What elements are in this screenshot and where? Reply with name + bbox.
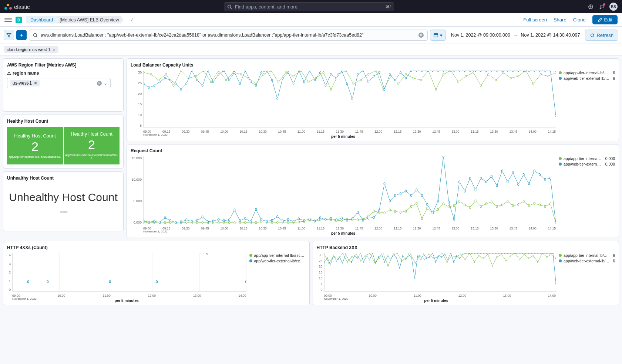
brand-text: elastic [14,4,30,10]
svg-point-283 [501,170,503,172]
svg-point-149 [202,221,203,224]
http4xx-chart[interactable]: 43210 09:0010:0011:0012:0013:0014:00 Nov… [7,253,246,301]
svg-point-46 [458,81,459,83]
svg-point-225 [191,220,192,223]
user-avatar[interactable]: BS [609,3,618,11]
http2xx-panel: HTTP Backend 2XX 302520151050 09:0010:00… [313,241,619,305]
svg-point-431 [543,253,544,254]
add-filter-button[interactable]: ＋ [16,30,27,40]
elastic-logo[interactable]: elastic [4,3,30,10]
help-icon[interactable] [599,4,604,10]
panel-title: AWS Region Filter [Metrics AWS] [7,62,120,68]
svg-point-196 [453,204,455,207]
svg-point-60 [144,83,144,85]
svg-point-424 [522,253,523,254]
edit-button[interactable]: Edit [592,15,618,24]
svg-point-78 [239,83,241,85]
crumb-page[interactable]: [Metrics AWS] ELB Overview [55,16,124,24]
svg-point-207 [512,204,514,207]
region-selector[interactable]: us-west-1✕ ✕⌄ [7,78,111,88]
refresh-button[interactable]: Refresh [585,30,618,41]
warning-icon: ⚠ [7,71,11,76]
svg-point-157 [245,221,246,224]
filter-icon-button[interactable] [4,30,14,40]
global-search[interactable]: Find apps, content, and more. ⌘/ [224,2,394,11]
svg-point-281 [491,175,492,178]
svg-point-183 [384,212,385,214]
lbcu-chart[interactable]: 30252015105 09:0009:1509:3009:4510:0010:… [131,71,556,137]
date-range[interactable]: Nov 1, 2022 @ 09:00:00.000 → Nov 1, 2022… [448,33,583,38]
space-selector[interactable]: D [16,17,22,23]
fullscreen-link[interactable]: Full screen [523,17,547,23]
svg-point-92 [314,79,316,81]
svg-point-282 [496,184,498,187]
svg-point-268 [421,194,423,197]
svg-point-258 [368,217,369,220]
request-count-chart[interactable]: 15.00010.0005.0000.000 09:0009:1509:3009… [131,156,556,234]
svg-point-293 [555,222,556,224]
svg-point-105 [384,88,385,91]
svg-point-85 [277,98,278,100]
svg-point-58 [548,75,549,78]
svg-point-378 [384,261,385,263]
svg-point-306 [325,254,325,255]
svg-point-255 [352,218,353,220]
svg-point-186 [400,211,401,214]
svg-point-200 [475,200,476,202]
svg-point-362 [336,260,337,262]
refresh-label: Refresh [596,33,613,38]
svg-point-117 [448,71,450,72]
svg-point-337 [465,259,465,260]
svg-point-71 [202,85,203,87]
svg-point-40 [413,77,414,79]
svg-point-131 [523,71,524,72]
svg-point-112 [421,71,423,72]
svg-point-101 [362,71,364,72]
svg-point-142 [164,221,166,224]
chevron-down-icon: ⌄ [104,81,107,86]
svg-point-290 [539,173,541,176]
svg-point-423 [519,253,520,254]
svg-point-396 [438,255,439,256]
svg-point-31 [345,71,347,72]
region-filter-panel: AWS Region Filter [Metrics AWS] ⚠ region… [3,58,124,112]
svg-point-432 [547,253,547,254]
svg-point-82 [260,71,262,74]
clone-link[interactable]: Clone [573,17,586,23]
svg-point-124 [485,71,487,72]
svg-point-41 [420,79,421,81]
share-link[interactable]: Share [554,17,566,23]
svg-point-189 [416,202,417,205]
svg-point-133 [534,71,535,72]
svg-point-325 [410,254,411,255]
remove-region-icon[interactable]: ✕ [34,81,37,86]
newsfeed-icon[interactable] [588,4,594,10]
svg-point-393 [429,256,430,258]
svg-point-394 [432,253,433,254]
svg-point-220 [164,217,166,219]
svg-point-104 [379,71,380,74]
svg-point-398 [444,254,445,255]
crumb-dashboard[interactable]: Dashboard [26,16,57,24]
filter-pill[interactable]: cloud.region: us-west-1 ✕ [4,46,58,53]
panel-title: Request Count [131,148,615,153]
panel-title: HTTP Backend 2XX [317,245,615,250]
svg-point-377 [381,254,382,255]
clear-icon[interactable]: ✕ [97,81,102,86]
http2xx-chart[interactable]: 302520151050 09:0010:0011:0012:0013:0014… [317,253,556,301]
healthy-tile: Healthy Host Count 2 app/app-tier-intern… [7,127,63,164]
svg-point-300 [27,280,29,283]
date-picker-button[interactable]: ▾ [430,30,446,41]
svg-point-20 [263,73,264,75]
svg-point-279 [480,177,481,180]
svg-point-246 [303,220,305,222]
saved-check-icon: ✓ [130,17,134,22]
svg-point-401 [453,261,454,263]
svg-point-178 [357,219,359,221]
svg-point-120 [464,71,465,72]
query-input[interactable]: aws.dimensions.LoadBalancer : "app/web-t… [29,30,428,41]
clear-query-icon[interactable]: ✕ [418,33,424,38]
nav-toggle[interactable] [4,18,12,22]
remove-filter-icon[interactable]: ✕ [53,48,56,52]
svg-point-263 [394,194,396,197]
